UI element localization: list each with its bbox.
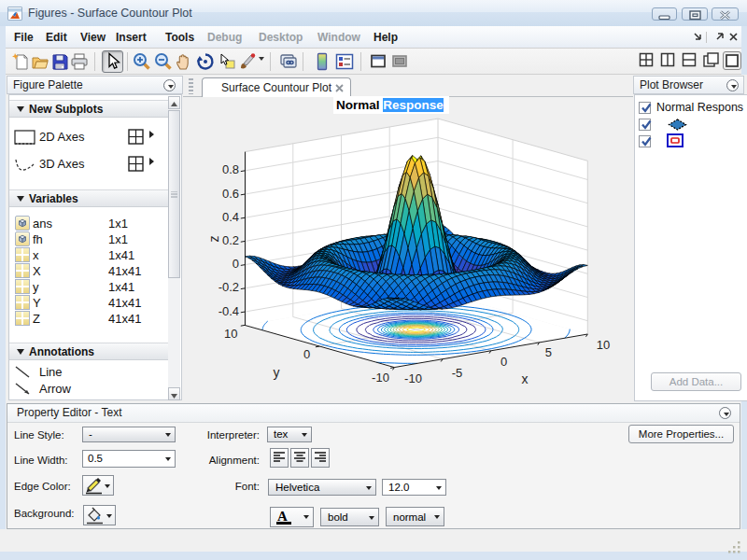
svg-text:-10: -10 [404,371,422,385]
svg-text:-10: -10 [372,371,389,385]
svg-text:0: 0 [500,355,507,369]
svg-text:-5: -5 [452,366,463,380]
svg-text:x: x [522,371,529,386]
svg-text:-0.4: -0.4 [218,304,239,318]
svg-text:0.4: 0.4 [222,210,239,224]
svg-text:0: 0 [303,347,310,361]
svg-text:A: A [277,509,288,524]
svg-text:10: 10 [597,338,610,352]
svg-text:z: z [206,236,221,243]
svg-text:5: 5 [545,345,552,359]
svg-text:10: 10 [224,327,237,341]
svg-text:0.6: 0.6 [222,187,239,201]
svg-text:-0.2: -0.2 [218,280,239,294]
svg-text:0: 0 [233,257,239,271]
svg-text:0.2: 0.2 [222,233,239,247]
svg-text:0.8: 0.8 [222,162,239,176]
svg-text:y: y [274,365,280,380]
